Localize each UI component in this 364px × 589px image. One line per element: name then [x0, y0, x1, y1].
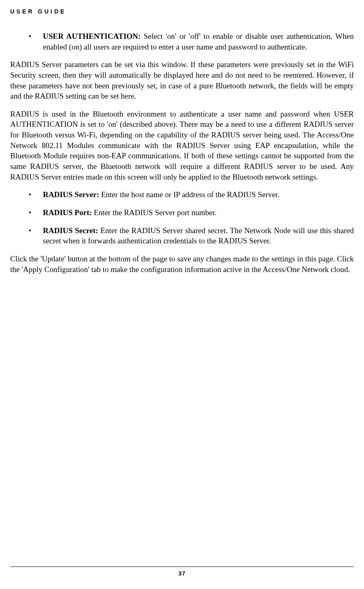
header-title: USER GUIDE — [10, 8, 354, 15]
bullet-text: Enter the RADIUS Server port number. — [92, 208, 217, 217]
paragraph: RADIUS is used in the Bluetooth environm… — [10, 109, 354, 182]
bullet-list-1: USER AUTHENTICATION: Select 'on' or 'off… — [29, 31, 354, 52]
list-item: USER AUTHENTICATION: Select 'on' or 'off… — [29, 31, 354, 52]
paragraph: Click the 'Update' button at the bottom … — [10, 254, 354, 274]
content-area: USER AUTHENTICATION: Select 'on' or 'off… — [10, 31, 354, 564]
bullet-label: USER AUTHENTICATION: — [43, 32, 141, 40]
page-number: 37 — [0, 570, 364, 577]
list-item: RADIUS Secret: Enter the RADIUS Server s… — [29, 225, 354, 246]
list-item: RADIUS Port: Enter the RADIUS Server por… — [29, 207, 354, 218]
bullet-list-2: RADIUS Server: Enter the host name or IP… — [29, 189, 354, 246]
bullet-label: RADIUS Secret: — [43, 226, 98, 235]
footer: 37 — [0, 567, 364, 577]
bullet-label: RADIUS Server: — [43, 190, 99, 199]
bullet-label: RADIUS Port: — [43, 208, 92, 217]
bullet-text: Enter the host name or IP address of the… — [99, 190, 279, 199]
list-item: RADIUS Server: Enter the host name or IP… — [29, 189, 354, 200]
page-container: USER GUIDE USER AUTHENTICATION: Select '… — [0, 0, 364, 589]
paragraph: RADIUS Server parameters can be set via … — [10, 59, 354, 101]
footer-divider — [10, 567, 354, 567]
